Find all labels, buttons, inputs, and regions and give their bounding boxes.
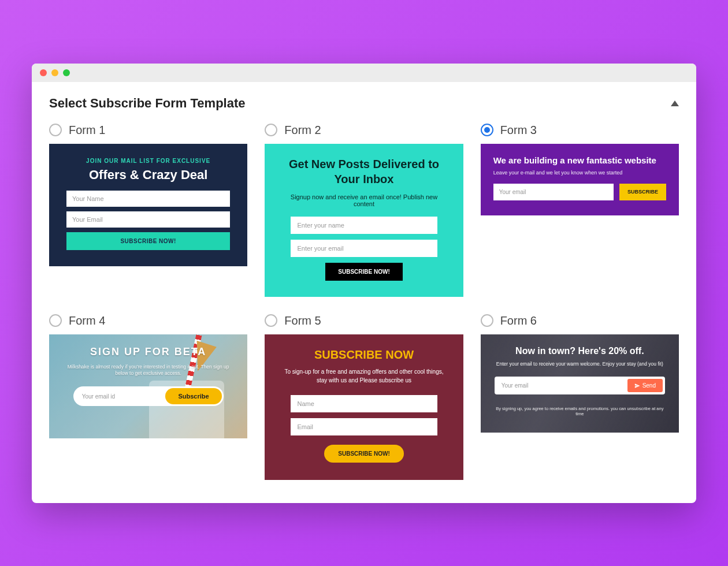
form3-row: SUBSCRIBE <box>493 184 666 200</box>
template-select-form5[interactable]: Form 5 <box>265 314 463 327</box>
template-option-form3: Form 3 We are building a new fantastic w… <box>481 124 679 297</box>
form5-name-input[interactable] <box>291 395 438 412</box>
preview-form6: Now in town? Here's 20% off. Enter your … <box>481 334 679 433</box>
form2-subheading: Signup now and receive an email once! Pu… <box>282 193 445 207</box>
preview-form4: SIGN UP FOR BETA Milkshake is almost rea… <box>49 334 247 438</box>
form3-subscribe-button[interactable]: SUBSCRIBE <box>619 184 666 200</box>
form6-input-group: Send <box>495 377 665 394</box>
form3-title: We are building a new fantastic website <box>493 155 666 165</box>
radio-form3[interactable] <box>481 124 493 136</box>
app-window: Select Subscribe Form Template Form 1 JO… <box>32 64 696 503</box>
panel-content: Select Subscribe Form Template Form 1 JO… <box>32 82 696 503</box>
form1-subheading: JOIN OUR MAIL LIST FOR EXCLUSIVE <box>66 158 230 164</box>
radio-form5[interactable] <box>265 314 277 327</box>
form2-email-input[interactable] <box>291 240 438 257</box>
form6-send-label: Send <box>642 382 656 389</box>
template-option-form6: Form 6 Now in town? Here's 20% off. Ente… <box>481 314 679 480</box>
form4-title: SIGN UP FOR BETA <box>90 346 206 358</box>
window-zoom-icon[interactable] <box>63 69 70 76</box>
form6-send-button[interactable]: Send <box>627 379 663 392</box>
form5-title: SUBSCRIBE NOW <box>282 348 445 362</box>
template-select-form3[interactable]: Form 3 <box>481 124 679 137</box>
form6-email-input[interactable] <box>497 379 627 392</box>
form3-email-input[interactable] <box>493 184 614 200</box>
preview-form1: JOIN OUR MAIL LIST FOR EXCLUSIVE Offers … <box>49 144 247 266</box>
collapse-toggle-icon[interactable] <box>671 100 679 106</box>
template-label: Form 6 <box>500 314 537 327</box>
form4-subheading: Milkshake is almost ready if you're inte… <box>61 364 236 378</box>
template-option-form1: Form 1 JOIN OUR MAIL LIST FOR EXCLUSIVE … <box>49 124 247 297</box>
template-option-form2: Form 2 Get New Posts Delivered to Your I… <box>265 124 463 297</box>
template-grid: Form 1 JOIN OUR MAIL LIST FOR EXCLUSIVE … <box>49 124 679 480</box>
template-select-form2[interactable]: Form 2 <box>265 124 463 137</box>
template-label: Form 2 <box>284 124 321 137</box>
radio-form1[interactable] <box>49 124 62 136</box>
preview-form3: We are building a new fantastic website … <box>481 144 679 215</box>
preview-form2: Get New Posts Delivered to Your Inbox Si… <box>265 144 463 297</box>
form5-email-input[interactable] <box>291 418 438 435</box>
form1-subscribe-button[interactable]: SUBSCRIBE NOW! <box>66 232 230 250</box>
template-select-form6[interactable]: Form 6 <box>481 314 679 327</box>
template-label: Form 3 <box>500 124 537 137</box>
form3-subheading: Leave your e-mail and we let you know wh… <box>493 170 666 176</box>
window-close-icon[interactable] <box>40 69 47 76</box>
preview-form5: SUBSCRIBE NOW To sign-up for a free and … <box>265 334 463 480</box>
window-minimize-icon[interactable] <box>51 69 58 76</box>
form6-subheading: Enter your email to receive your warm we… <box>495 361 665 368</box>
send-icon <box>634 383 640 389</box>
form4-subscribe-button[interactable]: Subscribe <box>165 388 221 404</box>
form5-subscribe-button[interactable]: SUBSCRIBE NOW! <box>324 445 403 463</box>
form4-input-group: Subscribe <box>73 386 224 406</box>
radio-form6[interactable] <box>481 314 493 327</box>
template-label: Form 5 <box>284 314 321 327</box>
form1-email-input[interactable] <box>66 211 230 228</box>
form5-subheading: To sign-up for a free and amazing offers… <box>282 367 445 385</box>
template-select-form1[interactable]: Form 1 <box>49 124 247 137</box>
form2-title: Get New Posts Delivered to Your Inbox <box>282 157 445 187</box>
radio-form2[interactable] <box>265 124 277 136</box>
template-select-form4[interactable]: Form 4 <box>49 314 247 327</box>
form1-name-input[interactable] <box>66 191 230 207</box>
panel-header: Select Subscribe Form Template <box>49 96 679 111</box>
form2-name-input[interactable] <box>291 217 438 234</box>
form6-title: Now in town? Here's 20% off. <box>495 346 665 356</box>
template-label: Form 1 <box>69 124 105 137</box>
radio-form4[interactable] <box>49 314 62 327</box>
form6-fineprint: By signing up, you agree to receive emai… <box>495 406 665 416</box>
template-option-form5: Form 5 SUBSCRIBE NOW To sign-up for a fr… <box>265 314 463 480</box>
template-label: Form 4 <box>69 314 105 327</box>
form4-email-input[interactable] <box>75 389 166 404</box>
page-title: Select Subscribe Form Template <box>49 96 245 111</box>
template-option-form4: Form 4 SIGN UP FOR BETA Milkshake is alm… <box>49 314 247 480</box>
window-titlebar <box>32 64 696 82</box>
form2-subscribe-button[interactable]: SUBSCRIBE NOW! <box>325 263 402 281</box>
form1-title: Offers & Crazy Deal <box>66 167 230 183</box>
